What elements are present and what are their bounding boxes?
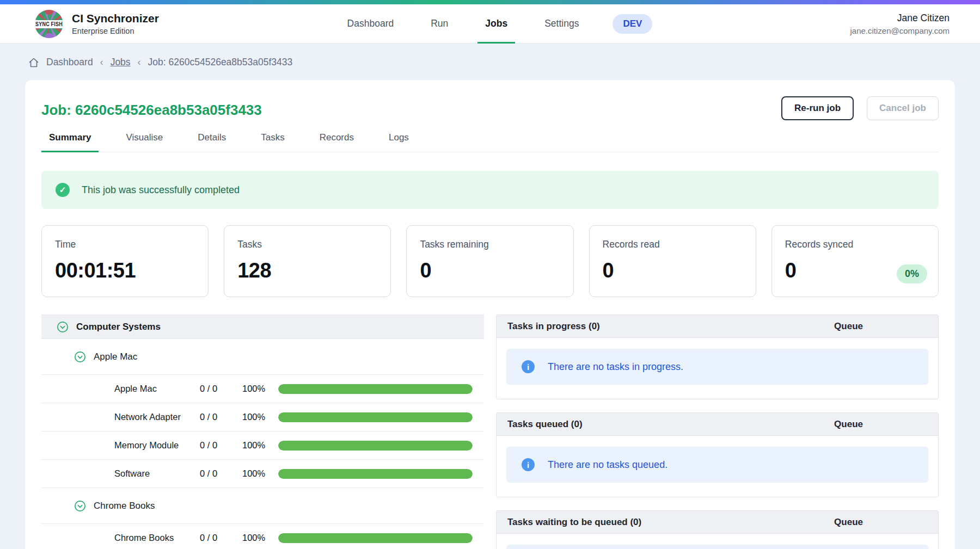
tab-visualise[interactable]: Visualise [118, 132, 170, 152]
queue-section-title: Tasks queued (0) [507, 419, 583, 430]
stat-value: 0 [420, 259, 560, 282]
tree-root-row[interactable]: Computer Systems [41, 315, 484, 339]
leaf-count: 0 / 0 [200, 384, 242, 394]
queue-section-header: Tasks waiting to be queued (0) Queue [497, 511, 938, 534]
leaf-percent: 100% [242, 412, 278, 422]
stat-card-records-read: Records read 0 [589, 225, 756, 297]
queue-section-title: Tasks waiting to be queued (0) [507, 517, 641, 528]
tree-root-label: Computer Systems [76, 322, 161, 332]
stat-card-tasks-remaining: Tasks remaining 0 [406, 225, 573, 297]
tree-leaf-row-software: Software 0 / 0 100% [41, 460, 484, 488]
leaf-percent: 100% [242, 533, 278, 543]
stat-label: Records read [603, 239, 743, 250]
rerun-job-button[interactable]: Re-run job [781, 96, 854, 120]
queue-section-title: Tasks in progress (0) [507, 321, 600, 332]
tab-records[interactable]: Records [312, 132, 362, 152]
job-actions: Re-run job Cancel job [781, 96, 939, 120]
stat-label: Tasks [237, 239, 377, 250]
leaf-name: Network Adapter [114, 412, 200, 422]
logo-text: SYNC FISH [35, 20, 63, 27]
breadcrumb-current-job: Job: 6260c54526ea8b53a05f3433 [148, 57, 293, 68]
leaf-name: Chrome Books [114, 533, 200, 543]
info-icon: i [522, 360, 535, 373]
stat-value: 0 [603, 259, 743, 282]
progress-bar [278, 384, 473, 394]
app-subtitle: Enterprise Edition [72, 27, 159, 35]
job-card: Job: 6260c54526ea8b53a05f3433 Re-run job… [25, 80, 955, 549]
tab-tasks[interactable]: Tasks [253, 132, 292, 152]
stat-card-time: Time 00:01:51 [41, 225, 209, 297]
breadcrumb-dashboard[interactable]: Dashboard [46, 57, 93, 68]
leaf-count: 0 / 0 [200, 440, 242, 451]
check-circle-icon: ✓ [56, 183, 70, 197]
progress-bar [278, 533, 473, 543]
tree-leaf-row-chrome-books: Chrome Books 0 / 0 100% [41, 524, 484, 549]
queue-section-tasks-queued-0: Tasks queued (0) Queue i There are no ta… [496, 412, 939, 497]
nav-item-jobs[interactable]: Jobs [470, 4, 523, 43]
info-icon: i [522, 458, 535, 471]
tree-group-label: Apple Mac [94, 351, 137, 362]
tab-logs[interactable]: Logs [381, 132, 416, 152]
percent-badge: 0% [897, 264, 927, 283]
brand: SYNC FISH CI Synchronizer Enterprise Edi… [35, 10, 220, 38]
leaf-name: Software [114, 468, 200, 479]
job-title: Job: 6260c54526ea8b53a05f3433 [41, 96, 262, 119]
leaf-count: 0 / 0 [200, 412, 242, 422]
systems-tree: Computer Systems Apple Mac Apple Mac 0 /… [41, 314, 484, 549]
nav-item-run[interactable]: Run [415, 4, 463, 43]
cancel-job-button[interactable]: Cancel job [867, 96, 939, 120]
stat-cards: Time 00:01:51 Tasks 128 Tasks remaining … [41, 225, 939, 297]
main-nav: DashboardRunJobsSettings DEV [220, 4, 764, 43]
progress-bar [278, 412, 473, 422]
leaf-percent: 100% [242, 384, 278, 394]
tree-leaf-row-apple-mac: Apple Mac 0 / 0 100% [41, 375, 484, 403]
chevron-down-circle-icon [74, 500, 86, 512]
nav-items: DashboardRunJobsSettings [332, 4, 595, 43]
info-message: There are no tasks queued. [548, 459, 667, 471]
tree-group-row-apple-mac[interactable]: Apple Mac [41, 339, 484, 375]
success-banner: ✓ This job was successfully completed [41, 171, 939, 209]
job-tabs: SummaryVisualiseDetailsTasksRecordsLogs [41, 132, 939, 152]
queue-section-tasks-in-progress-0: Tasks in progress (0) Queue i There are … [496, 314, 939, 399]
chevron-down-circle-icon [57, 321, 69, 333]
leaf-name: Apple Mac [114, 384, 200, 394]
sync-fish-logo: SYNC FISH [35, 10, 63, 38]
user-name: Jane Citizen [764, 13, 950, 24]
tab-details[interactable]: Details [190, 132, 234, 152]
tree-leaf-row-memory-module: Memory Module 0 / 0 100% [41, 431, 484, 460]
brand-gradient-bar [0, 0, 980, 4]
info-box: i There are no tasks queued. [506, 447, 928, 483]
leaf-percent: 100% [242, 440, 278, 451]
tree-leaf-row-network-adapter: Network Adapter 0 / 0 100% [41, 403, 484, 431]
stat-label: Records synced [785, 239, 925, 250]
stat-card-records-synced: Records synced 0 0% [771, 225, 939, 297]
stat-label: Tasks remaining [420, 239, 560, 250]
tab-summary[interactable]: Summary [41, 132, 99, 152]
stat-value: 00:01:51 [55, 259, 195, 282]
nav-item-settings[interactable]: Settings [529, 4, 594, 43]
leaf-percent: 100% [242, 468, 278, 479]
home-icon[interactable] [28, 57, 39, 68]
breadcrumb: Dashboard ‹ Jobs ‹ Job: 6260c54526ea8b53… [0, 44, 980, 77]
app-header: SYNC FISH CI Synchronizer Enterprise Edi… [0, 4, 980, 44]
tree-group-row-chrome-books[interactable]: Chrome Books [41, 488, 484, 524]
breadcrumb-separator: ‹ [100, 57, 103, 68]
leaf-count: 0 / 0 [200, 468, 242, 479]
nav-item-dashboard[interactable]: Dashboard [332, 4, 409, 43]
stat-label: Time [55, 239, 195, 250]
leaf-name: Memory Module [114, 440, 200, 451]
info-message: There are no tasks in progress. [548, 361, 683, 373]
user-info: Jane Citizen jane.citizen@company.com [764, 13, 950, 35]
queue-section-header: Tasks queued (0) Queue [497, 413, 938, 436]
success-message: This job was successfully completed [82, 184, 240, 196]
queue-column-label: Queue [834, 321, 863, 332]
breadcrumb-jobs[interactable]: Jobs [111, 57, 131, 68]
stat-value: 128 [237, 259, 377, 282]
chevron-down-circle-icon [74, 351, 86, 363]
breadcrumb-separator: ‹ [138, 57, 141, 68]
user-email: jane.citizen@company.com [764, 26, 950, 35]
progress-bar [278, 469, 473, 479]
tree-group-label: Chrome Books [94, 501, 155, 511]
progress-bar [278, 441, 473, 451]
task-queues: Tasks in progress (0) Queue i There are … [496, 314, 939, 549]
